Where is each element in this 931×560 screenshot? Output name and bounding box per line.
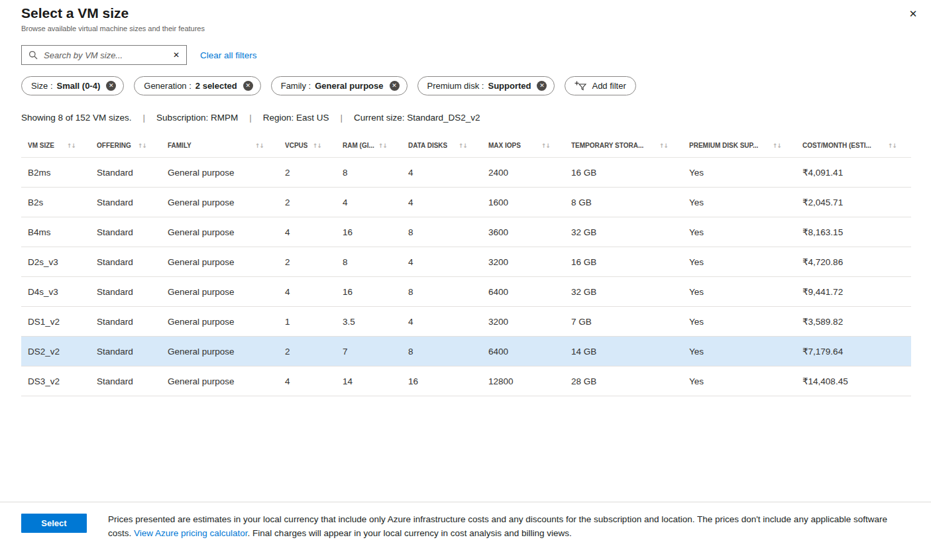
table-cell: ₹2,045.71 [796,188,911,217]
status-subscription: Subscription: RMPM [156,113,238,123]
filter-pill-value: Small (0-4) [57,81,101,91]
table-cell: ₹7,179.64 [796,337,911,366]
table-cell: 8 [402,277,482,307]
clear-all-filters-link[interactable]: Clear all filters [200,50,257,60]
page-title: Select a VM size [21,5,910,21]
table-cell: B2s [21,188,90,217]
table-row[interactable]: B2sStandardGeneral purpose24416008 GBYes… [21,188,911,217]
status-current-size: Current size: Standard_DS2_v2 [354,113,480,123]
add-filter-button[interactable]: Add filter [565,76,635,95]
column-header-label: VM SIZE [28,142,54,149]
table-cell: Standard [90,366,161,396]
filter-pills: Size :Small (0-4)✕Generation :2 selected… [21,76,555,95]
table-cell: 12800 [482,366,565,396]
table-cell: 2 [278,337,336,366]
table-cell: 2400 [482,158,565,188]
column-header-label: DATA DISKS [408,142,447,149]
table-cell: 3200 [482,307,565,337]
column-header-label: TEMPORARY STORA... [571,142,643,149]
column-header[interactable]: VCPUS↑↓ [278,134,336,158]
select-vm-size-dialog: ✕ Select a VM size Browse available virt… [0,0,931,396]
filter-pill[interactable]: Premium disk :Supported✕ [417,76,555,95]
column-header[interactable]: COST/MONTH (ESTI...↑↓ [796,134,911,158]
add-filter-icon [575,81,586,91]
vm-table-body: B2msStandardGeneral purpose284240016 GBY… [21,158,911,396]
sort-icon: ↑↓ [659,142,668,149]
search-input[interactable] [42,50,167,61]
column-header-label: FAMILY [168,142,192,149]
sort-icon: ↑↓ [67,142,76,149]
vm-size-search[interactable]: ✕ [21,45,187,65]
column-header[interactable]: MAX IOPS↑↓ [482,134,565,158]
table-row[interactable]: DS1_v2StandardGeneral purpose13.5432007 … [21,307,911,337]
table-cell: Standard [90,337,161,366]
remove-filter-icon[interactable]: ✕ [243,81,253,91]
table-cell: Yes [683,337,796,366]
filter-pill[interactable]: Family :General purpose✕ [271,76,408,95]
pricing-disclaimer: Prices presented are estimates in your l… [108,512,910,540]
table-row[interactable]: D2s_v3StandardGeneral purpose284320016 G… [21,247,911,277]
table-row[interactable]: DS2_v2StandardGeneral purpose278640014 G… [21,337,911,366]
table-cell: 8 [402,217,482,247]
status-region: Region: East US [263,113,329,123]
table-cell: D4s_v3 [21,277,90,307]
table-cell: ₹8,163.15 [796,217,911,247]
search-clear-icon[interactable]: ✕ [172,50,181,60]
table-cell: Standard [90,188,161,217]
column-header[interactable]: VM SIZE↑↓ [21,134,90,158]
table-cell: 7 [336,337,402,366]
table-cell: General purpose [161,337,278,366]
table-cell: ₹3,589.82 [796,307,911,337]
table-cell: 3600 [482,217,565,247]
table-row[interactable]: D4s_v3StandardGeneral purpose4168640032 … [21,277,911,307]
filter-pill-label: Generation : [144,81,192,91]
table-cell: 32 GB [565,217,683,247]
remove-filter-icon[interactable]: ✕ [537,81,547,91]
table-row[interactable]: B2msStandardGeneral purpose284240016 GBY… [21,158,911,188]
table-cell: 14 [336,366,402,396]
table-cell: 1600 [482,188,565,217]
table-cell: 8 GB [565,188,683,217]
remove-filter-icon[interactable]: ✕ [390,81,400,91]
sort-icon: ↑↓ [541,142,550,149]
table-cell: ₹14,408.45 [796,366,911,396]
column-header[interactable]: PREMIUM DISK SUP...↑↓ [683,134,796,158]
column-header-label: OFFERING [97,142,131,149]
table-cell: 4 [402,307,482,337]
table-cell: DS3_v2 [21,366,90,396]
column-header[interactable]: FAMILY↑↓ [161,134,278,158]
column-header[interactable]: TEMPORARY STORA...↑↓ [565,134,683,158]
table-cell: 3.5 [336,307,402,337]
column-header-label: RAM (GI... [343,142,374,149]
table-cell: Yes [683,217,796,247]
status-separator: | [340,113,343,123]
status-separator: | [249,113,252,123]
sort-icon: ↑↓ [138,142,146,149]
filter-pill-value: General purpose [315,81,383,91]
remove-filter-icon[interactable]: ✕ [106,81,116,91]
table-cell: 2 [278,188,336,217]
table-header-row: VM SIZE↑↓OFFERING↑↓FAMILY↑↓VCPUS↑↓RAM (G… [21,134,911,158]
close-icon[interactable]: ✕ [904,5,922,23]
vm-size-table-wrap: VM SIZE↑↓OFFERING↑↓FAMILY↑↓VCPUS↑↓RAM (G… [21,134,910,396]
table-cell: 16 [336,217,402,247]
table-cell: General purpose [161,307,278,337]
select-button[interactable]: Select [21,514,87,533]
filter-pill[interactable]: Generation :2 selected✕ [134,76,260,95]
column-header[interactable]: DATA DISKS↑↓ [402,134,482,158]
filter-pill-value: Supported [488,81,531,91]
table-cell: 16 [336,277,402,307]
column-header[interactable]: OFFERING↑↓ [90,134,161,158]
pricing-calculator-link[interactable]: View Azure pricing calculator [134,528,248,538]
column-header[interactable]: RAM (GI...↑↓ [336,134,402,158]
table-cell: D2s_v3 [21,247,90,277]
table-cell: Yes [683,366,796,396]
filter-pill[interactable]: Size :Small (0-4)✕ [21,76,124,95]
table-cell: 14 GB [565,337,683,366]
table-row[interactable]: DS3_v2StandardGeneral purpose41416128002… [21,366,911,396]
table-cell: 8 [402,337,482,366]
dialog-footer: Select Prices presented are estimates in… [0,502,931,560]
table-row[interactable]: B4msStandardGeneral purpose4168360032 GB… [21,217,911,247]
status-showing-count: Showing 8 of 152 VM sizes. [21,113,132,123]
table-cell: 16 GB [565,158,683,188]
